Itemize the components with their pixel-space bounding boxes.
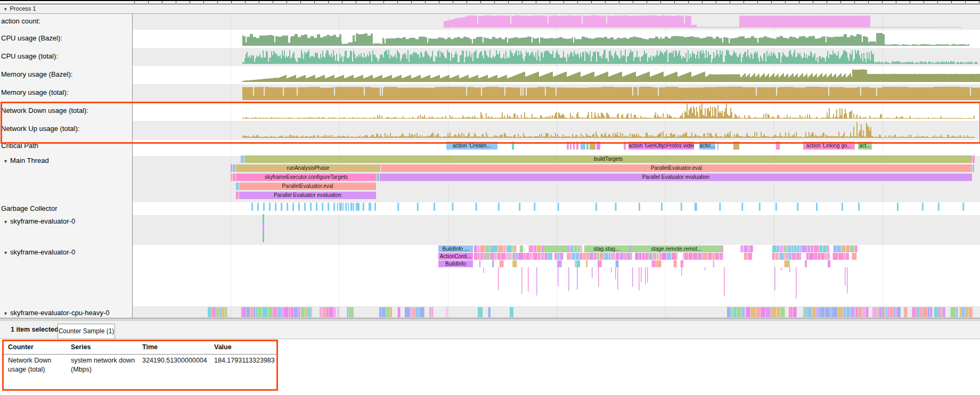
- track-label-mem-bazel: Memory usage (Bazel):: [1, 70, 72, 78]
- cell-value[interactable]: 184.1793113323983: [214, 356, 275, 365]
- main-thread-slice[interactable]: [231, 174, 232, 181]
- cell-counter[interactable]: Network Down usage (total): [8, 356, 69, 374]
- table-header-divider: [4, 354, 276, 355]
- main-thread-slice[interactable]: [233, 164, 235, 172]
- ruler-ticks: [134, 1, 980, 3]
- collapse-arrow-icon[interactable]: ▾: [4, 250, 7, 256]
- critical-path-slice[interactable]: [570, 142, 571, 150]
- col-header-value: Value: [214, 343, 232, 351]
- skyframe-slice-stag-stag[interactable]: stag.stag...: [584, 245, 629, 252]
- main-thread-slice[interactable]: [231, 164, 232, 172]
- skyframe-slice[interactable]: [543, 245, 568, 252]
- main-thread-slice-buildtargets[interactable]: buildTargets: [244, 155, 972, 163]
- track-label-net-down: Network Down usage (total):: [1, 106, 88, 114]
- collapse-arrow-icon[interactable]: ▾: [4, 6, 7, 12]
- tab-counter-sample[interactable]: Counter Sample (1): [58, 324, 115, 339]
- main-thread-slice[interactable]: [377, 174, 379, 181]
- cell-series[interactable]: system network down (Mbps): [71, 356, 139, 374]
- main-thread-slice[interactable]: [236, 183, 239, 190]
- critical-path-slice-act[interactable]: act...: [858, 142, 872, 150]
- process-header[interactable]: ▾Process 1: [0, 4, 980, 14]
- critical-path-slice[interactable]: [573, 142, 575, 150]
- track-label-cpu-heavy[interactable]: ▾skyframe-evaluator-cpu-heavy-0: [4, 309, 109, 317]
- track-label-action-count: action count:: [1, 17, 40, 25]
- critical-path-slice[interactable]: [576, 142, 578, 150]
- main-thread-slice-parallel-evaluator-evaluation[interactable]: Parallel Evaluator evaluation: [239, 192, 376, 199]
- critical-path-slice-action-genobjcprotos-video[interactable]: action 'GenObjcProtos video/...: [628, 142, 694, 150]
- critical-path-slice[interactable]: [776, 142, 780, 150]
- track-label-critical-path: Critical Path: [1, 142, 38, 150]
- main-thread-slice[interactable]: [241, 155, 244, 163]
- skyframe-slice-buildinfo[interactable]: BuildInfo ...: [438, 245, 473, 252]
- main-thread-slice-parallel-evaluator-evaluation[interactable]: Parallel Evaluator evaluation: [380, 174, 972, 181]
- timeline-ruler[interactable]: [0, 0, 980, 4]
- process-title: Process 1: [10, 5, 36, 12]
- critical-path-slice[interactable]: [586, 142, 589, 150]
- details-tabstrip: 1 item selected. Counter Sample (1): [0, 321, 980, 339]
- collapse-arrow-icon[interactable]: ▾: [4, 310, 7, 316]
- track-label-main-thread[interactable]: ▾Main Thread: [4, 157, 49, 164]
- details-panel: 1 item selected. Counter Sample (1) Coun…: [0, 321, 980, 395]
- skyframe-slice-buildinfo[interactable]: BuildInfo: [438, 260, 473, 267]
- track-label-skyframe-0b[interactable]: ▾skyframe-evaluator-0: [4, 248, 75, 256]
- track-label-skyframe-0a[interactable]: ▾skyframe-evaluator-0: [4, 217, 75, 225]
- main-thread-slice[interactable]: [973, 155, 975, 163]
- col-header-time: Time: [142, 343, 158, 351]
- cell-time[interactable]: 324190.51300000004: [142, 356, 207, 365]
- critical-path-slice-action-creatin[interactable]: action 'Creatin...: [446, 142, 497, 150]
- col-header-series: Series: [71, 343, 91, 351]
- counter-sample-table: Counter Series Time Value Network Down u…: [2, 340, 278, 391]
- track-label-cpu-bazel: CPU usage (Bazel):: [1, 34, 62, 42]
- main-thread-slice-parallelevaluator-eval[interactable]: ParallelEvaluator.eval: [239, 183, 376, 190]
- critical-path-slice[interactable]: [597, 142, 600, 150]
- skyframe-slice-actionconti[interactable]: ActionConti...: [438, 253, 473, 260]
- track-label-mem-total: Memory usage (total):: [1, 88, 68, 96]
- main-thread-slice-skyframeexecutor-configuretargets[interactable]: skyframeExecutor.configureTargets: [236, 174, 377, 181]
- track-label-net-up: Network Up usage (total):: [1, 125, 79, 133]
- col-header-counter: Counter: [8, 343, 34, 351]
- collapse-arrow-icon[interactable]: ▾: [4, 219, 7, 225]
- critical-path-slice-actio[interactable]: actio...: [699, 142, 715, 150]
- critical-path-slice[interactable]: [512, 142, 514, 150]
- critical-path-slice[interactable]: [567, 142, 569, 150]
- main-thread-slice[interactable]: [973, 164, 974, 172]
- skyframe-slice-stage-remote-remot[interactable]: stage.remote.remot...: [631, 245, 722, 252]
- critical-path-slice[interactable]: [590, 142, 595, 150]
- main-thread-slice[interactable]: [233, 174, 235, 181]
- trace-viewer: ▾Process 1 action count: CPU usage (Baze…: [0, 0, 980, 395]
- track-label-cpu-total: CPU usage (total):: [1, 52, 58, 60]
- track-label-gc: Garbage Collector: [1, 204, 58, 212]
- critical-path-slice[interactable]: [717, 142, 718, 150]
- critical-path-slice[interactable]: [624, 142, 626, 150]
- critical-path-slice[interactable]: [733, 142, 739, 150]
- critical-path-slice-action-linking-go[interactable]: action 'Linking go...: [803, 142, 855, 150]
- critical-path-slice[interactable]: [581, 142, 585, 150]
- main-thread-slice-runanalysisphase[interactable]: runAnalysisPhase: [236, 164, 380, 172]
- collapse-arrow-icon[interactable]: ▾: [4, 158, 7, 164]
- main-thread-slice-parallelevaluator-eval[interactable]: ParallelEvaluator.eval: [381, 164, 972, 172]
- main-thread-slice[interactable]: [236, 192, 239, 199]
- selection-summary: 1 item selected.: [11, 326, 60, 333]
